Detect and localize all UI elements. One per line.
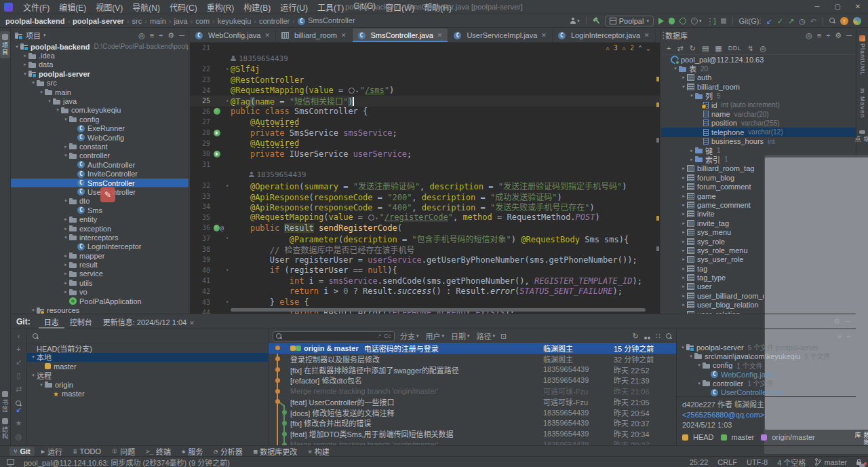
code-line[interactable]: 18359654439 bbox=[190, 170, 660, 181]
code-line[interactable]: 38 // 检查数据库中是否已经存在该手机号 bbox=[190, 244, 660, 255]
commit-row[interactable]: [feat] UserController的一些接口可遇可球-Fzu昨天 21:… bbox=[269, 396, 676, 407]
breadcrumb-item[interactable]: com bbox=[195, 17, 210, 25]
chevron-right-icon[interactable]: ▸ bbox=[680, 266, 687, 272]
regex-toggle[interactable]: .* bbox=[377, 333, 381, 339]
chevron-right-icon[interactable]: ▸ bbox=[62, 271, 69, 276]
details-expand-all-icon[interactable]: ≡ bbox=[837, 332, 842, 340]
refresh-log-icon[interactable]: ↻ bbox=[633, 332, 639, 340]
code-line[interactable]: 43▾ } else { bbox=[190, 297, 660, 307]
tree-row[interactable]: ▸entity bbox=[11, 214, 189, 223]
fold-marker-icon[interactable]: ▾ bbox=[224, 299, 231, 305]
fold-marker-icon[interactable]: ▾ bbox=[224, 267, 231, 273]
code-line[interactable]: 23@RestController bbox=[190, 75, 660, 86]
chevron-down-icon[interactable]: ▾ bbox=[62, 235, 69, 240]
chevron-right-icon[interactable]: ▸ bbox=[62, 226, 69, 231]
delete-branch-icon[interactable]: ▯ bbox=[16, 371, 20, 380]
hide-panel-icon[interactable]: ─ bbox=[179, 31, 184, 40]
breadcrumb-item[interactable]: java bbox=[174, 17, 187, 25]
db-expand-all-icon[interactable]: ≡ bbox=[817, 31, 821, 40]
tree-row[interactable]: ▸data bbox=[11, 60, 189, 69]
navigate-branch-icon[interactable]: ◎ bbox=[16, 432, 22, 441]
tree-row[interactable]: CExeRunner bbox=[11, 124, 189, 133]
panel-settings-icon[interactable]: ⚙ bbox=[167, 31, 174, 40]
chevron-down-icon[interactable]: ▾ bbox=[680, 84, 687, 90]
git-tab-更新信息: 2024/5/12 1:04[interactable]: 更新信息: 2024/5/12 1:04✕ bbox=[98, 315, 200, 329]
tree-row[interactable]: ▾poolpal-server bbox=[11, 69, 189, 78]
chevron-right-icon[interactable]: ▸ bbox=[62, 217, 69, 222]
breadcrumb-item[interactable]: controller bbox=[259, 17, 290, 25]
tree-row[interactable]: master bbox=[27, 362, 268, 371]
user-menu-button[interactable]: ▾ bbox=[570, 17, 580, 25]
db-hide-icon[interactable]: ─ bbox=[846, 31, 852, 40]
toolwindow-button-问题[interactable]: ①问题 bbox=[108, 447, 139, 456]
chevron-right-icon[interactable]: ▸ bbox=[680, 193, 687, 199]
tree-row[interactable]: ▸constant bbox=[11, 142, 189, 151]
tree-row[interactable]: business_hoursint bbox=[661, 137, 856, 146]
tree-row[interactable]: ▾列5 bbox=[661, 92, 856, 100]
menu-item[interactable]: 帮助(H) bbox=[419, 0, 456, 14]
sync-status-message[interactable]: pool_pal@112.124.10.63: 同步成功 (2秒374毫秒) (… bbox=[24, 457, 230, 467]
db-disconnect-icon[interactable]: ▤ bbox=[702, 44, 709, 53]
menu-item[interactable]: 代码(C) bbox=[165, 0, 202, 14]
spring-autowire-icon[interactable] bbox=[214, 151, 220, 157]
tree-row[interactable]: CSms bbox=[11, 206, 189, 214]
project-panel-title[interactable]: 项目 bbox=[26, 30, 41, 41]
tree-row[interactable]: ▸vo bbox=[11, 288, 189, 297]
toolwindow-button-服务[interactable]: ◈服务 bbox=[178, 447, 207, 456]
tab-close-icon[interactable]: ✕ bbox=[644, 32, 650, 39]
chevron-down-icon[interactable]: ▾ bbox=[688, 93, 695, 98]
chevron-right-icon[interactable]: ▸ bbox=[680, 229, 687, 235]
code-line[interactable]: 27 @Autowired bbox=[190, 117, 660, 128]
new-branch-icon[interactable]: + bbox=[16, 345, 20, 353]
db-add-icon[interactable]: + bbox=[667, 44, 671, 52]
code-editor[interactable]: ⚠ 3 ⚠ 2 ⌃ ⌄ 211835965443922▾@Slf4j23@Res… bbox=[190, 43, 660, 314]
code-line[interactable]: 33 @ApiResponse(responseCode = "200", de… bbox=[190, 191, 660, 202]
tree-row[interactable]: PoolPalApplication bbox=[11, 297, 189, 305]
breadcrumb-item[interactable]: src bbox=[132, 17, 142, 25]
tree-row[interactable]: ▾dto bbox=[11, 197, 189, 206]
code-line[interactable]: 25▾@Tag(name = "短信相关接口") bbox=[190, 96, 660, 107]
breadcrumb-item[interactable]: main bbox=[150, 17, 166, 25]
read-lock-icon[interactable] bbox=[856, 462, 861, 465]
filter-路径[interactable]: 路径▾ bbox=[477, 331, 496, 341]
tree-row[interactable]: ▾远程 bbox=[27, 371, 268, 381]
tree-row[interactable]: ★master bbox=[27, 390, 268, 399]
tree-row[interactable]: ▸exception bbox=[11, 224, 189, 233]
git-branch-widget[interactable]: master bbox=[815, 458, 847, 466]
tool-stripe-item-项目[interactable]: 项目 bbox=[0, 31, 10, 58]
tree-row[interactable]: CAuthController bbox=[11, 160, 189, 169]
cherry-pick-icon[interactable] bbox=[644, 333, 650, 339]
filter-用户[interactable]: 用户▾ bbox=[426, 331, 445, 341]
horizontal-scrollbar[interactable] bbox=[231, 308, 646, 312]
favorite-branch-icon[interactable]: ★ bbox=[16, 419, 22, 428]
menu-item[interactable]: 窗口(W) bbox=[380, 0, 419, 14]
chevron-right-icon[interactable]: ▸ bbox=[680, 257, 687, 262]
chevron-down-icon[interactable]: ▾ bbox=[62, 153, 69, 158]
code-line[interactable]: 41 int i = smsService.sendCode(sms.getPh… bbox=[190, 276, 660, 286]
chevron-right-icon[interactable]: ▸ bbox=[680, 184, 687, 189]
tree-row[interactable]: ▾billiard_room bbox=[661, 82, 856, 91]
tree-row[interactable]: ▸auth bbox=[661, 73, 856, 82]
chevron-down-icon[interactable]: ▾ bbox=[696, 381, 703, 386]
chevron-right-icon[interactable]: ▸ bbox=[688, 157, 695, 162]
spring-bean-icon[interactable] bbox=[214, 108, 220, 115]
tree-row[interactable]: CWebConfig.java bbox=[677, 370, 856, 379]
tree-row[interactable]: ▾poolpal-server5 个文件 poolpal-server bbox=[677, 343, 856, 352]
chevron-down-icon[interactable]: ▾ bbox=[54, 107, 61, 113]
code-line[interactable]: 22▾@Slf4j bbox=[190, 64, 660, 75]
chevron-down-icon[interactable]: ▾ bbox=[30, 373, 37, 378]
fold-marker-icon[interactable]: ▾ bbox=[224, 67, 231, 72]
editor-tab-LoginInterceptor.java[interactable]: CLoginInterceptor.java✕ bbox=[553, 29, 656, 42]
tree-row[interactable]: positionvarchar(255) bbox=[661, 119, 856, 128]
git-panel-hide-icon[interactable]: ─ bbox=[845, 317, 850, 326]
breadcrumb-item[interactable]: keyukeqiu bbox=[218, 17, 252, 25]
tree-row[interactable]: ▾resources bbox=[11, 305, 189, 314]
db-jump-to-console-icon[interactable]: ↯ bbox=[747, 44, 753, 53]
tab-close-icon[interactable]: ✕ bbox=[189, 320, 195, 326]
view-options-icon[interactable]: ∷ bbox=[656, 332, 660, 340]
collapse-branches-icon[interactable]: ‹ bbox=[18, 332, 20, 340]
git-rollback-button[interactable]: ↶ bbox=[810, 17, 816, 25]
toolwindow-button-数据库更改[interactable]: ▦数据库更改 bbox=[250, 447, 301, 456]
chevron-right-icon[interactable]: ▸ bbox=[680, 302, 687, 307]
menu-item[interactable]: 工具(T) bbox=[313, 0, 349, 14]
